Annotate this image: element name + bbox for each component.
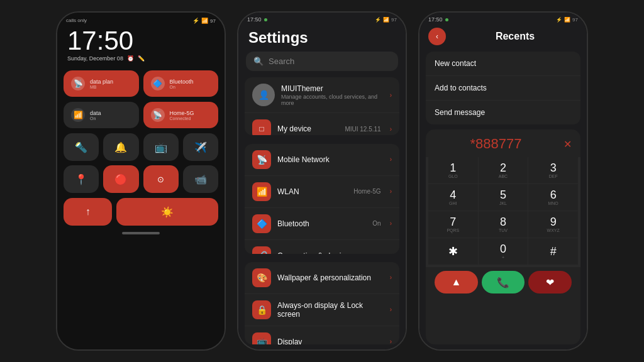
key-9[interactable]: 9 WXYZ xyxy=(528,211,578,238)
mobile-network-item[interactable]: 📡 Mobile Network › xyxy=(245,144,399,176)
p2-time: 17:50 xyxy=(247,16,262,23)
account-name: MIUIThemer xyxy=(281,84,384,93)
key-9-alpha: WXYZ xyxy=(547,228,560,233)
mobile-network-icon: 📡 xyxy=(252,150,271,169)
add-to-contacts-option[interactable]: Add to contacts xyxy=(426,76,580,101)
bluetooth-icon: ⚡ xyxy=(192,18,199,24)
record-btn[interactable]: ⊙ xyxy=(143,165,179,193)
recents-options: New contact Add to contacts Send message xyxy=(426,52,580,124)
send-up-btn[interactable]: ▲ xyxy=(435,271,478,293)
p3-activity-dot xyxy=(445,18,448,21)
control-grid-row2: 📶 data On 📡 Home-5G Connected xyxy=(57,99,225,131)
key-1[interactable]: 1 GLO xyxy=(428,157,478,184)
p3-bt-icon: ⚡ xyxy=(556,17,562,23)
key-5-alpha: JKL xyxy=(499,201,507,206)
device-value: MIUI 12.5.11 xyxy=(345,126,380,133)
bell-btn[interactable]: 🔔 xyxy=(103,133,138,161)
account-section: 👤 MIUIThemer Manage accounts, cloud serv… xyxy=(245,77,399,135)
dialer-section: *888777 ✕ 1 GLO 2 ABC 3 DEF xyxy=(426,129,580,344)
key-8-num: 8 xyxy=(500,216,506,228)
share-btn[interactable]: ↑ xyxy=(64,198,112,226)
dialer-number: *888777 xyxy=(435,136,557,152)
wp-chevron: › xyxy=(390,274,392,281)
key-1-alpha: GLO xyxy=(448,174,458,178)
display-item[interactable]: 📺 Display › xyxy=(245,326,399,344)
bottom-controls: ↑ ☀️ xyxy=(57,195,225,228)
data-plan-btn[interactable]: 📡 data plan MB xyxy=(64,70,139,97)
key-2-alpha: ABC xyxy=(499,174,508,178)
wifi-icon: 📡 xyxy=(151,108,165,122)
ls-chevron: › xyxy=(390,306,392,313)
key-5-num: 5 xyxy=(500,189,506,200)
key-star[interactable]: ✱ xyxy=(428,238,478,265)
key-2[interactable]: 2 ABC xyxy=(479,157,528,184)
wifi-sub: Connected xyxy=(170,116,194,121)
search-bar[interactable]: 🔍 Search xyxy=(246,52,398,71)
screen-btn[interactable]: 📺 xyxy=(143,133,179,161)
display-label: Display xyxy=(277,337,384,344)
new-contact-option[interactable]: New contact xyxy=(426,52,580,76)
data-plan-sub: MB xyxy=(90,85,113,89)
send-message-option[interactable]: Send message xyxy=(426,101,580,124)
flashlight-btn[interactable]: 🔦 xyxy=(64,133,99,161)
mn-chevron: › xyxy=(390,156,392,163)
disp-chevron: › xyxy=(390,338,392,344)
key-0-num: 0 xyxy=(500,243,506,255)
heart-btn[interactable]: ❤ xyxy=(528,271,572,293)
key-8[interactable]: 8 TUV xyxy=(479,211,528,238)
display-icon: 📺 xyxy=(252,332,271,344)
data-plan-label: data plan xyxy=(90,79,113,85)
dnd-btn[interactable]: 🔴 xyxy=(103,165,138,193)
keypad: 1 GLO 2 ABC 3 DEF 4 GHI xyxy=(426,157,580,267)
key-6[interactable]: 6 MNO xyxy=(528,184,578,211)
key-1-num: 1 xyxy=(450,162,456,173)
location-btn[interactable]: 📍 xyxy=(64,165,99,193)
connection-icon: 🔗 xyxy=(252,246,271,254)
brightness-btn[interactable]: ☀️ xyxy=(116,198,218,226)
account-item[interactable]: 👤 MIUIThemer Manage accounts, cloud serv… xyxy=(245,77,399,113)
recents-title: Recents xyxy=(452,31,578,42)
settings-title: Settings xyxy=(238,24,406,52)
key-8-alpha: TUV xyxy=(499,228,508,233)
p3-wifi-icon: 📶 xyxy=(564,17,570,23)
p3-status-icons: ⚡ 📶 97 xyxy=(556,16,578,23)
wifi-signal-icon: 📶 xyxy=(201,18,208,24)
delete-btn[interactable]: ✕ xyxy=(564,138,572,150)
key-hash[interactable]: # xyxy=(528,238,578,265)
bt-icon: 🔷 xyxy=(151,77,165,90)
lock-screen-icon: 🔒 xyxy=(252,300,271,319)
video-btn[interactable]: 📹 xyxy=(183,165,218,193)
back-button[interactable]: ‹ xyxy=(428,28,446,45)
settings-screen: 17:50 ⚡ 📶 97 Settings 🔍 Search 👤 xyxy=(238,13,406,349)
key-5[interactable]: 5 JKL xyxy=(479,184,528,211)
key-0-alpha: + xyxy=(502,255,504,260)
connection-item[interactable]: 🔗 Connection & sharing › xyxy=(245,240,399,254)
network-section: 📡 Mobile Network › 📶 WLAN Home-5G › 🔷 xyxy=(245,144,399,254)
wlan-item[interactable]: 📶 WLAN Home-5G › xyxy=(245,176,399,208)
wifi-label: Home-5G xyxy=(170,110,194,116)
bluetooth-sub: On xyxy=(170,85,194,89)
key-4[interactable]: 4 GHI xyxy=(428,184,478,211)
display-section: 🎨 Wallpaper & personalization › 🔒 Always… xyxy=(245,262,399,344)
bt-item[interactable]: 🔷 Bluetooth On › xyxy=(245,208,399,240)
bluetooth-btn[interactable]: 🔷 Bluetooth On xyxy=(143,70,219,97)
call-btn[interactable]: 📞 xyxy=(482,271,525,293)
p3-status-bar: 17:50 ⚡ 📶 97 xyxy=(419,13,587,24)
key-3[interactable]: 3 DEF xyxy=(528,157,578,184)
data-plan-icon: 📡 xyxy=(71,77,85,90)
lock-date: Sunday, December 08 ⏰ ✏️ xyxy=(57,54,225,68)
key-0[interactable]: 0 + xyxy=(479,238,528,265)
bt-chevron: › xyxy=(390,220,392,227)
p2-status-bar: 17:50 ⚡ 📶 97 xyxy=(238,13,406,24)
lock-screen-item[interactable]: 🔒 Always-on display & Lock screen › xyxy=(245,294,399,326)
key-3-alpha: DEF xyxy=(549,174,558,178)
key-7[interactable]: 7 PQRS xyxy=(428,211,478,238)
wifi-btn[interactable]: 📡 Home-5G Connected xyxy=(143,102,219,128)
device-item[interactable]: □ My device MIUI 12.5.11 › xyxy=(245,113,399,135)
account-avatar: 👤 xyxy=(252,84,275,106)
key-9-num: 9 xyxy=(550,216,557,228)
airplane-btn[interactable]: ✈️ xyxy=(183,133,218,161)
wallpaper-item[interactable]: 🎨 Wallpaper & personalization › xyxy=(245,262,399,294)
data-btn[interactable]: 📶 data On xyxy=(64,102,139,128)
p1-status-icons: ⚡ 📶 97 xyxy=(192,18,216,24)
